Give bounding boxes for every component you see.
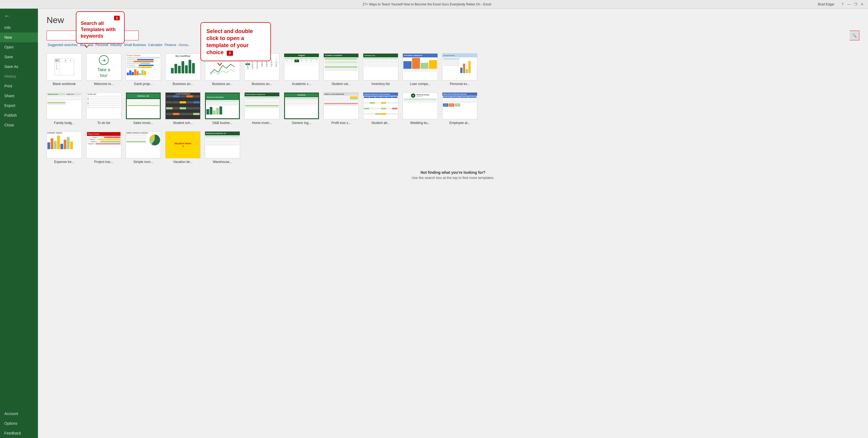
- sidebar-item-feedback[interactable]: Feedback: [0, 428, 38, 438]
- template-label: Expense tre...: [46, 160, 82, 164]
- suggested-smallbusiness[interactable]: Small Business: [124, 43, 146, 47]
- sidebar-item-options[interactable]: Options: [0, 418, 38, 428]
- template-gantt[interactable]: Project Planner: [126, 53, 161, 86]
- template-thumb-personalex: personal expenses: [442, 53, 477, 80]
- template-label: Student att...: [363, 121, 398, 125]
- template-label: Warehouse...: [205, 160, 240, 164]
- template-employeeat[interactable]: EMPLOYEE ATTENDANCE RECORD: [442, 92, 477, 125]
- bottom-message-line2: Use the search box at the top to find mo…: [46, 176, 859, 180]
- template-label: Project trac...: [86, 160, 121, 164]
- svg-text:C: C: [70, 60, 71, 62]
- sidebar-item-publish[interactable]: Publish: [0, 110, 38, 120]
- template-thumb-genericlog: DAYBOOK: [284, 92, 319, 120]
- sidebar-item-close[interactable]: Close: [0, 120, 38, 130]
- template-genericlog[interactable]: DAYBOOK Generic log...: [284, 92, 319, 125]
- title-bar-right: Brad Edgar ? — ❐ ✕: [818, 2, 865, 7]
- callout1-text: Search all Templates with keywords: [81, 20, 120, 39]
- sidebar-item-open[interactable]: Open: [0, 42, 38, 52]
- template-thumb-vacationite: Vacation Items 🌴: [165, 131, 200, 158]
- template-studentatt[interactable]: Attendance Record for: David Alexander: [363, 92, 398, 125]
- suggested-industry[interactable]: Industry: [110, 43, 122, 47]
- svg-text:A: A: [56, 60, 57, 62]
- callout2-badge: 2: [227, 50, 233, 56]
- template-label: Business an...: [205, 82, 240, 86]
- sidebar-item-save[interactable]: Save: [0, 52, 38, 62]
- template-vacationite[interactable]: Vacation Items 🌴 Vacation ite...: [165, 131, 200, 164]
- template-academic[interactable]: August: [284, 53, 319, 86]
- sidebar-item-new[interactable]: New: [0, 32, 38, 42]
- callout-search: 1 Search all Templates with keywords: [76, 11, 125, 43]
- template-cashflow[interactable]: My Cashflow Business an...: [165, 53, 200, 86]
- callout1-badge: 1: [114, 16, 120, 20]
- template-label: Academic c...: [284, 82, 319, 86]
- template-label: Home inven...: [244, 121, 280, 125]
- search-button[interactable]: 🔍: [849, 31, 859, 40]
- close-button[interactable]: ✕: [859, 2, 865, 7]
- template-thumb-simplemon: SIMPLE MONTHLY BUDGET: [126, 131, 161, 158]
- template-thumb-academic: August: [284, 53, 319, 80]
- template-thumb-weddingbu: ♥ Wedding Budget Summary: [403, 92, 438, 120]
- restore-button[interactable]: ❐: [853, 2, 858, 7]
- template-projecttrac[interactable]: Project Tracker Project 1 Project 2: [86, 131, 121, 164]
- sidebar-item-account[interactable]: Account: [0, 409, 38, 418]
- template-dnb[interactable]: Business Information: [205, 92, 240, 125]
- callout2-text: Select and double click to open a templa…: [207, 28, 265, 56]
- template-thumb-tour: ➔ Take atour: [86, 53, 121, 80]
- template-row-2: Budget Overview Budget Sum: [46, 92, 859, 125]
- template-label: Employee at...: [442, 121, 477, 125]
- template-salesinv[interactable]: Contoso, Ltd. Sales invoic...: [126, 92, 161, 125]
- template-profitloss[interactable]: PROFIT & LOSS PROJECTION: [323, 92, 359, 125]
- template-todo[interactable]: TO DO LIST To do list: [86, 92, 121, 125]
- template-row-1: A B C 1 2 3 Blank workbook ➔ Take atou: [46, 53, 859, 86]
- bottom-message: Not finding what you're looking for? Use…: [46, 170, 859, 180]
- template-label: Wedding bu...: [403, 121, 438, 125]
- template-thumb-loan: INVESTMENT COMPARISON: [403, 53, 438, 80]
- suggested-finance[interactable]: Finance - Accou...: [165, 43, 191, 47]
- suggested-searches: Suggested searches: Business Personal In…: [46, 43, 859, 47]
- suggested-calculator[interactable]: Calculator: [148, 43, 162, 47]
- template-thumb-studentatt: Attendance Record for: David Alexander: [363, 92, 398, 120]
- tour-arrow-icon: ➔: [99, 55, 108, 65]
- template-studentsch[interactable]: CLASS SCHEDULE: [165, 92, 200, 125]
- template-homeinv[interactable]: Home Inventory Contents List: [244, 92, 280, 125]
- template-loan[interactable]: INVESTMENT COMPARISON: [403, 53, 438, 86]
- template-studentcal[interactable]: STUDENT CALENDAR: [323, 53, 359, 86]
- tour-text: Take atour: [97, 67, 110, 78]
- template-label: Business an...: [244, 82, 280, 86]
- minimize-button[interactable]: —: [846, 2, 852, 7]
- template-blank-workbook[interactable]: A B C 1 2 3 Blank workbook: [46, 53, 82, 86]
- sidebar-item-saveas[interactable]: Save As: [0, 62, 38, 71]
- template-tour[interactable]: ➔ Take atour Welcome to...: [86, 53, 121, 86]
- sidebar-item-export[interactable]: Export: [0, 101, 38, 110]
- template-thumb-salesinv: Contoso, Ltd.: [126, 92, 161, 120]
- sidebar-item-print[interactable]: Print: [0, 81, 38, 91]
- main-content: 1 Search all Templates with keywords Sel…: [38, 9, 868, 438]
- template-row-3: EXPENSE TRENDS Expense tre: [46, 131, 859, 164]
- back-button[interactable]: ←: [0, 9, 14, 23]
- template-thumb-todo: TO DO LIST: [86, 92, 121, 120]
- template-label: Loan compa...: [403, 82, 438, 86]
- template-thumb-familybudg: Budget Overview Budget Sum: [46, 92, 82, 120]
- template-familybudg[interactable]: Budget Overview Budget Sum: [46, 92, 82, 125]
- suggested-personal[interactable]: Personal: [95, 43, 108, 47]
- sidebar: ← Info New Open Save Save As History Pri…: [0, 9, 38, 438]
- help-button[interactable]: ?: [840, 2, 845, 7]
- template-label: Business an...: [165, 82, 200, 86]
- template-simplemon[interactable]: SIMPLE MONTHLY BUDGET: [126, 131, 161, 164]
- template-warehouse[interactable]: WAREHOUSE INVENTORY LIST: [205, 131, 240, 164]
- template-expensetre[interactable]: EXPENSE TRENDS Expense tre: [46, 131, 82, 164]
- callout-doubleclick: Select and double click to open a templa…: [200, 22, 271, 61]
- template-weddingbu[interactable]: ♥ Wedding Budget Summary: [403, 92, 438, 125]
- sidebar-item-history[interactable]: History: [0, 71, 38, 81]
- window-title: 27+ Ways to Teach Yourself How to Become…: [36, 2, 818, 6]
- template-label: Generic log...: [284, 121, 319, 125]
- template-inventory[interactable]: Inventory List: [363, 53, 398, 86]
- template-thumb-studentcal: STUDENT CALENDAR: [323, 53, 359, 80]
- template-personalex[interactable]: personal expenses: [442, 53, 477, 86]
- template-thumb-studentsch: CLASS SCHEDULE: [165, 92, 200, 120]
- sidebar-item-info[interactable]: Info: [0, 23, 38, 32]
- search-container: 🔍: [46, 31, 859, 40]
- template-thumb-profitloss: PROFIT & LOSS PROJECTION: [323, 92, 359, 120]
- svg-text:1: 1: [56, 63, 57, 65]
- sidebar-item-share[interactable]: Share: [0, 91, 38, 101]
